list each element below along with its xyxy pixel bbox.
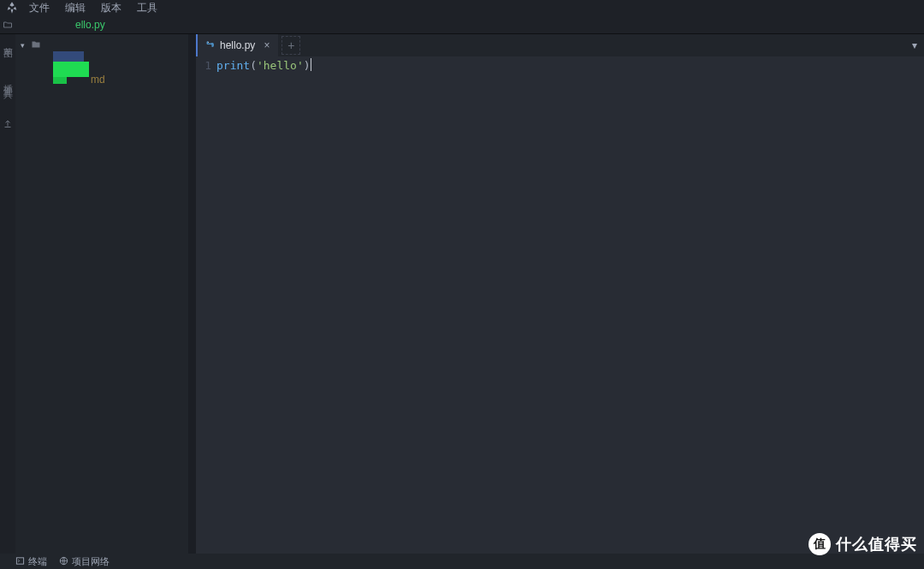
workspace: 草图 插件工具 ▾ md bbox=[0, 34, 924, 554]
code-area[interactable]: 1 print('hello') bbox=[196, 56, 924, 554]
activity-bar: 草图 插件工具 bbox=[0, 34, 15, 554]
add-tab-button[interactable]: + bbox=[281, 36, 300, 55]
code-text[interactable]: print('hello') bbox=[216, 58, 924, 554]
dock-terminal-label: 终端 bbox=[28, 555, 47, 568]
folder-icon bbox=[31, 39, 43, 51]
bottom-dock: 终端 项目网络 bbox=[0, 554, 924, 569]
activity-upload-icon[interactable] bbox=[3, 118, 13, 130]
close-icon[interactable]: × bbox=[264, 39, 270, 51]
tab-hello-py[interactable]: hello.py × bbox=[196, 34, 278, 56]
folder-open-icon[interactable] bbox=[0, 20, 15, 30]
dock-network-label: 项目网络 bbox=[72, 555, 110, 568]
text-cursor bbox=[311, 58, 311, 71]
line-number: 1 bbox=[196, 58, 211, 74]
token-paren-close: ) bbox=[304, 59, 311, 72]
activity-item-sketch[interactable]: 草图 bbox=[2, 39, 15, 43]
python-file-icon bbox=[204, 40, 215, 50]
terminal-icon bbox=[15, 556, 25, 567]
dock-terminal[interactable]: 终端 bbox=[15, 555, 47, 568]
menu-tools[interactable]: 工具 bbox=[137, 1, 157, 15]
menu-edit[interactable]: 编辑 bbox=[65, 1, 86, 15]
svg-rect-1 bbox=[16, 557, 23, 563]
svg-point-0 bbox=[208, 42, 209, 43]
token-string: 'hello' bbox=[257, 59, 304, 72]
editor-pane: hello.py × + ▾ 1 print('hello') bbox=[196, 34, 924, 554]
redacted-block bbox=[53, 62, 89, 77]
redacted-block bbox=[53, 77, 67, 84]
tab-bar: hello.py × + ▾ bbox=[196, 34, 924, 56]
tab-label: hello.py bbox=[220, 39, 255, 51]
menu-file[interactable]: 文件 bbox=[29, 1, 50, 15]
open-file-strip: ello.py bbox=[0, 15, 924, 34]
tree-root-row[interactable]: ▾ bbox=[19, 38, 185, 53]
menu-version[interactable]: 版本 bbox=[101, 1, 121, 15]
activity-item-plugins[interactable]: 插件工具 bbox=[2, 77, 15, 84]
token-paren-open: ( bbox=[250, 59, 257, 72]
app-logo-icon bbox=[5, 1, 19, 15]
line-gutter: 1 bbox=[196, 58, 216, 554]
tree-file-ext-label[interactable]: md bbox=[91, 74, 105, 86]
menu-bar: 文件 编辑 版本 工具 bbox=[0, 0, 924, 15]
file-tree-sidebar: ▾ md bbox=[15, 34, 188, 554]
chevron-down-icon: ▾ bbox=[21, 41, 28, 50]
network-icon bbox=[59, 556, 68, 567]
token-function: print bbox=[216, 59, 250, 72]
open-file-label[interactable]: ello.py bbox=[75, 19, 105, 31]
sidebar-splitter[interactable] bbox=[188, 34, 196, 554]
dock-network[interactable]: 项目网络 bbox=[59, 555, 110, 568]
tab-overflow-icon[interactable]: ▾ bbox=[905, 39, 924, 51]
